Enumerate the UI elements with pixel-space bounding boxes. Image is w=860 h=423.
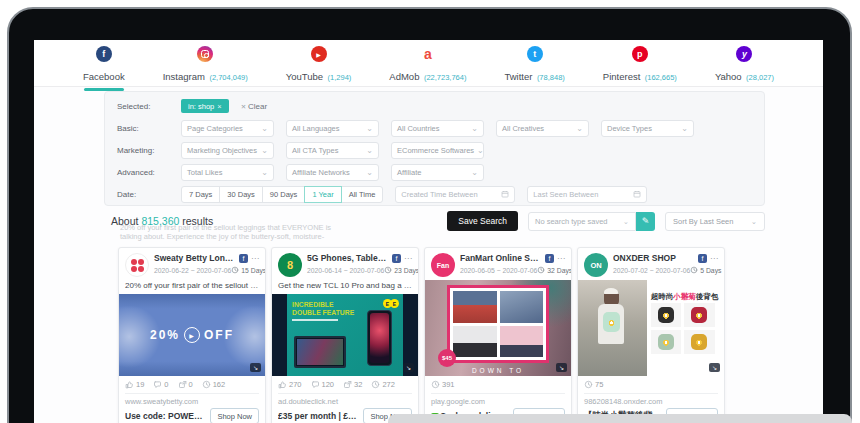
avatar: ON xyxy=(584,253,608,277)
background-ad-text: 20% off your first pair of the sellout l… xyxy=(120,223,352,241)
more-options-icon[interactable] xyxy=(404,254,412,263)
play-icon[interactable] xyxy=(184,327,200,343)
ad-creative-video[interactable]: 20%OFF xyxy=(119,294,265,376)
duration-icon xyxy=(584,380,593,389)
ad-creative-image[interactable]: 超時尚小雛菊後背包 xyxy=(578,280,724,376)
last-seen-between-input[interactable]: Last Seen Between xyxy=(527,186,647,203)
page-name[interactable]: ONXDER SHOP xyxy=(613,253,695,263)
ad-creative-image[interactable]: $45 DOWN TO xyxy=(425,280,571,376)
dropdown-cta-types[interactable]: All CTA Types xyxy=(286,142,379,159)
duration-icon xyxy=(371,380,380,389)
ad-creative-image[interactable]: INCREDIBLE DOUBLE FEATURE xyxy=(272,294,418,376)
clock-icon xyxy=(690,266,698,274)
creative-text: 20% xyxy=(150,328,180,342)
destination-link[interactable]: 986208148.onxder.com xyxy=(578,394,724,407)
created-time-between-input[interactable]: Created Time Between xyxy=(395,186,515,203)
date-range: 2020-06-05 ~ 2020-07-06 xyxy=(460,267,537,274)
dropdown-affiliate[interactable]: Affiliate xyxy=(391,164,484,181)
date-placeholder: Created Time Between xyxy=(401,190,477,199)
admob-icon xyxy=(420,46,436,62)
sweaty-betty-logo-icon xyxy=(131,259,137,265)
ad-card: ON ONXDER SHOP 2020-07-02 ~ 2020-07-06 5… xyxy=(577,247,725,423)
date-range: 2020-07-02 ~ 2020-07-06 xyxy=(613,267,690,274)
sort-dropdown[interactable]: Sort By Last Seen xyxy=(665,212,765,231)
tab-yahoo[interactable]: Yahoo (28,027) xyxy=(715,46,774,84)
selected-filter-chip[interactable]: in: shop xyxy=(181,99,229,113)
tab-youtube[interactable]: YouTube (1,294) xyxy=(286,46,352,84)
destination-link[interactable]: play.google.com xyxy=(425,394,571,407)
stats-row: 270 120 32 272 xyxy=(272,376,418,391)
save-search-button[interactable]: Save Search xyxy=(447,211,518,231)
date-alltime-button[interactable]: All Time xyxy=(341,186,384,203)
expand-icon[interactable] xyxy=(403,363,414,372)
tab-pinterest[interactable]: Pinterest (162,665) xyxy=(603,46,677,84)
tab-instagram[interactable]: Instagram (2,704,049) xyxy=(163,46,248,84)
date-1year-button[interactable]: 1 Year xyxy=(304,186,341,203)
facebook-icon xyxy=(96,46,112,62)
ad-card-grid: Sweaty Betty London | Wom... 2020-06-22 … xyxy=(118,247,725,423)
date-90days-button[interactable]: 90 Days xyxy=(262,186,306,203)
facebook-badge-icon xyxy=(545,254,554,263)
comment-count: 0 xyxy=(164,380,168,389)
tab-twitter[interactable]: Twitter (78,848) xyxy=(504,46,564,84)
destination-link[interactable]: ad.doubleclick.net xyxy=(272,394,418,407)
stats-row: 75 xyxy=(578,376,724,391)
stats-row: 19 0 0 162 xyxy=(119,376,265,391)
tab-label: YouTube xyxy=(286,71,323,82)
backpack-swatch xyxy=(684,330,715,354)
row-label: Advanced: xyxy=(117,168,169,177)
clock-icon xyxy=(384,266,392,274)
dropdown-ecommerce-softwares[interactable]: ECommerce Softwares xyxy=(391,142,484,159)
more-options-icon[interactable] xyxy=(557,254,565,263)
more-options-icon[interactable] xyxy=(251,254,259,263)
device-base xyxy=(388,414,852,423)
tab-admob[interactable]: AdMob (22,723,764) xyxy=(389,46,466,84)
duration-count: 272 xyxy=(382,380,395,389)
filter-panel: Selected: in: shop Clear Basic: Page Cat… xyxy=(104,91,765,206)
tab-label: Facebook xyxy=(83,71,125,82)
expand-icon[interactable] xyxy=(556,363,567,372)
youtube-icon xyxy=(311,46,327,62)
dropdown-total-likes[interactable]: Total Likes xyxy=(181,164,274,181)
model-photo xyxy=(578,280,647,376)
page-name[interactable]: Sweaty Betty London | Wom... xyxy=(154,253,236,263)
dropdown-page-categories[interactable]: Page Categories xyxy=(181,120,274,137)
saved-search-select[interactable]: No search type saved xyxy=(528,212,636,231)
backpack-grid xyxy=(651,303,715,354)
card-header: 8 5G Phones, Tablets & SIMs | ... 2020-0… xyxy=(272,248,418,280)
tab-count: (78,848) xyxy=(537,73,565,82)
dropdown-languages[interactable]: All Languages xyxy=(286,120,379,137)
duration-count: 391 xyxy=(442,380,455,389)
dropdown-marketing-objectives[interactable]: Marketing Objectives xyxy=(181,142,274,159)
date-range: 2020-06-14 ~ 2020-07-06 xyxy=(307,267,384,274)
shop-now-button[interactable]: Shop Now xyxy=(210,408,259,423)
expand-icon[interactable] xyxy=(250,363,261,372)
destination-link[interactable]: www.sweatybetty.com xyxy=(119,394,265,407)
dropdown-creatives[interactable]: All Creatives xyxy=(496,120,589,137)
more-options-icon[interactable] xyxy=(710,254,718,263)
stats-row: 391 xyxy=(425,376,571,391)
date-placeholder: Last Seen Between xyxy=(533,190,598,199)
row-label: Marketing: xyxy=(117,146,169,155)
edit-saved-search-button[interactable] xyxy=(636,212,655,231)
dropdown-device-types[interactable]: Device Types xyxy=(601,120,694,137)
expand-icon[interactable] xyxy=(709,363,720,372)
dropdown-countries[interactable]: All Countries xyxy=(391,120,484,137)
filter-row-advanced: Advanced: Total Likes Affiliate Networks… xyxy=(117,161,764,183)
share-count: 0 xyxy=(189,380,193,389)
app-screen: Facebook Instagram (2,704,049) YouTube (… xyxy=(34,40,823,423)
clock-icon xyxy=(537,266,545,274)
filter-row-marketing: Marketing: Marketing Objectives All CTA … xyxy=(117,139,764,161)
date-7days-button[interactable]: 7 Days xyxy=(181,186,220,203)
dropdown-affiliate-networks[interactable]: Affiliate Networks xyxy=(286,164,379,181)
days-active: 32 Days xyxy=(547,267,572,274)
page-name[interactable]: 5G Phones, Tablets & SIMs | ... xyxy=(307,253,389,263)
tab-facebook[interactable]: Facebook xyxy=(83,46,125,91)
date-30days-button[interactable]: 30 Days xyxy=(219,186,263,203)
clear-filters-button[interactable]: Clear xyxy=(241,102,267,111)
ad-title: £35 per month | £30 upfront | ... xyxy=(278,411,359,421)
clock-icon xyxy=(231,266,239,274)
page-name[interactable]: FanMart Online Shopping - F... xyxy=(460,253,542,263)
tab-label: Twitter xyxy=(504,71,532,82)
yahoo-icon xyxy=(736,46,752,62)
